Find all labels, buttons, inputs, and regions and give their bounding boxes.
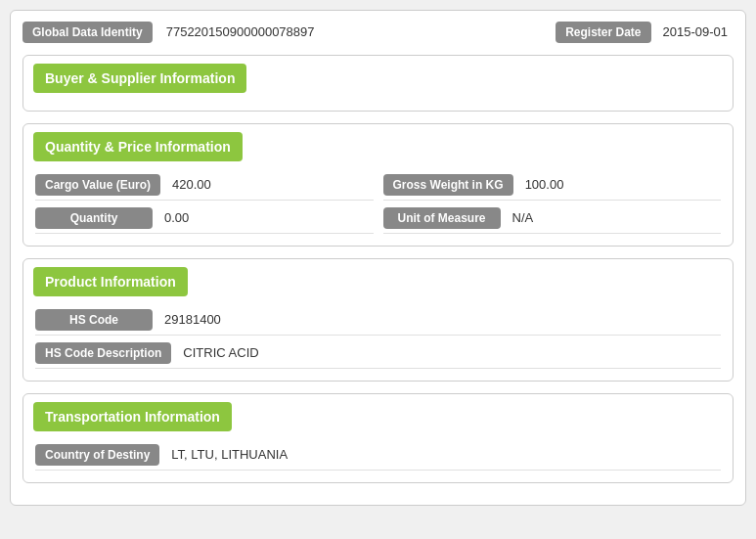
hs-code-label: HS Code	[35, 309, 153, 331]
global-data-identity-label: Global Data Identity	[22, 22, 153, 43]
transportation-fields: Country of Destiny LT, LTU, LITHUANIA	[23, 439, 733, 482]
quantity-price-section: Quantity & Price Information Cargo Value…	[22, 123, 734, 247]
quantity-price-fields: Cargo Value (Euro) 420.00 Gross Weight i…	[23, 169, 733, 246]
gross-weight-row: Gross Weight in KG 100.00	[383, 173, 722, 201]
quantity-label: Quantity	[35, 207, 153, 229]
unit-of-measure-value: N/A	[507, 206, 722, 229]
transportation-section: Transportation Information Country of De…	[22, 393, 734, 483]
buyer-supplier-content	[23, 101, 733, 111]
gross-weight-label: Gross Weight in KG	[383, 174, 513, 196]
global-data-identity-value: 775220150900000078897	[160, 21, 321, 43]
gross-weight-value: 100.00	[519, 173, 721, 196]
buyer-supplier-section: Buyer & Supplier Information	[22, 55, 734, 112]
register-date-label: Register Date	[556, 22, 650, 43]
hs-code-description-label: HS Code Description	[35, 342, 171, 364]
quantity-row: Quantity 0.00	[35, 206, 374, 234]
header-row: Global Data Identity 7752201509000000788…	[22, 21, 734, 43]
country-of-destiny-label: Country of Destiny	[35, 444, 159, 466]
hs-code-row: HS Code 29181400	[35, 308, 721, 336]
product-section: Product Information HS Code 29181400 HS …	[22, 258, 734, 382]
hs-code-value: 29181400	[158, 308, 721, 331]
hs-code-description-row: HS Code Description CITRIC ACID	[35, 341, 721, 369]
cargo-value-value: 420.00	[166, 173, 373, 196]
register-date-block: Register Date 2015-09-01	[556, 21, 734, 43]
page-wrapper: Global Data Identity 7752201509000000788…	[10, 10, 746, 506]
cargo-value-label: Cargo Value (Euro)	[35, 174, 160, 196]
country-of-destiny-value: LT, LTU, LITHUANIA	[165, 443, 721, 466]
unit-of-measure-row: Unit of Measure N/A	[383, 206, 722, 234]
product-title: Product Information	[33, 267, 188, 296]
cargo-value-row: Cargo Value (Euro) 420.00	[35, 173, 374, 201]
register-date-value: 2015-09-01	[657, 21, 734, 43]
unit-of-measure-label: Unit of Measure	[383, 207, 501, 229]
buyer-supplier-title: Buyer & Supplier Information	[33, 64, 246, 93]
transportation-title: Transportation Information	[33, 402, 232, 431]
country-of-destiny-row: Country of Destiny LT, LTU, LITHUANIA	[35, 443, 721, 471]
quantity-value: 0.00	[158, 206, 374, 229]
hs-code-description-value: CITRIC ACID	[177, 341, 721, 364]
quantity-price-title: Quantity & Price Information	[33, 132, 243, 161]
product-fields: HS Code 29181400 HS Code Description CIT…	[23, 304, 733, 381]
